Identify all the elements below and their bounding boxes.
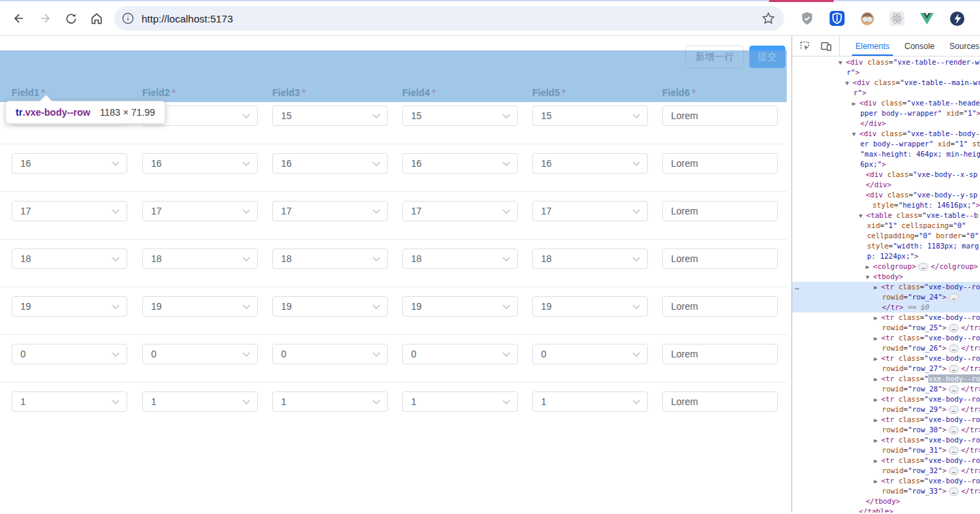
expand-arrow-icon[interactable]: ▶ bbox=[874, 478, 881, 485]
select-field5[interactable]: 15 bbox=[532, 106, 648, 126]
collapsed-ellipsis-button[interactable]: … bbox=[949, 293, 959, 302]
dom-tree-line[interactable]: style="width: 1183px; marg bbox=[792, 241, 980, 251]
select-field5[interactable]: 18 bbox=[532, 248, 648, 269]
select-field4[interactable]: 16 bbox=[402, 153, 518, 174]
dom-tree-line[interactable]: p: 1224px;"> bbox=[792, 251, 980, 261]
dom-tree-line[interactable]: rowid="row_28">…</tr> bbox=[792, 384, 980, 394]
expand-arrow-icon[interactable]: ▶ bbox=[866, 263, 873, 270]
select-field2[interactable]: 1 bbox=[142, 391, 258, 412]
expand-arrow-icon[interactable]: ▶ bbox=[874, 284, 881, 291]
bitwarden-extension-icon[interactable] bbox=[829, 10, 845, 27]
select-field3[interactable]: 17 bbox=[272, 201, 388, 221]
collapsed-ellipsis-button[interactable]: … bbox=[918, 263, 928, 271]
expand-arrow-icon[interactable]: ▶ bbox=[874, 315, 881, 321]
select-field1[interactable]: 1 bbox=[12, 391, 127, 412]
select-field1[interactable]: 18 bbox=[12, 248, 127, 269]
select-field2[interactable]: 19 bbox=[142, 296, 258, 317]
url-text[interactable]: http://localhost:5173 bbox=[142, 13, 761, 25]
select-field5[interactable]: 19 bbox=[532, 296, 648, 317]
expand-arrow-icon[interactable]: ▶ bbox=[874, 335, 881, 342]
expand-arrow-icon[interactable]: ▶ bbox=[874, 437, 881, 444]
text-input-field6[interactable]: Lorem bbox=[662, 153, 778, 174]
select-field3[interactable]: 15 bbox=[272, 106, 388, 126]
add-row-button[interactable]: 新增一行 bbox=[685, 46, 744, 68]
dom-tree-line[interactable]: rowid="row_27">…</tr> bbox=[792, 364, 980, 374]
dom-tree-line[interactable]: rowid="row_30">…</tr> bbox=[792, 425, 980, 435]
text-input-field6[interactable]: Lorem bbox=[662, 248, 778, 269]
home-icon[interactable] bbox=[88, 10, 105, 27]
select-field4[interactable]: 18 bbox=[402, 248, 518, 269]
bookmark-star-icon[interactable] bbox=[761, 11, 776, 26]
text-input-field6[interactable]: Lorem bbox=[662, 391, 778, 412]
select-field4[interactable]: 19 bbox=[402, 296, 518, 317]
dom-tree-line[interactable]: rowid="row_31">…</tr> bbox=[792, 445, 980, 455]
dom-tree-line[interactable]: pper body--wrapper" xid="1"> bbox=[792, 108, 980, 118]
dom-tree-line[interactable]: ▶ <tr class="vxe-body--ro bbox=[792, 394, 980, 404]
select-field1[interactable]: 17 bbox=[12, 201, 127, 221]
inspect-element-icon[interactable] bbox=[798, 40, 811, 52]
text-input-field6[interactable]: Lorem bbox=[662, 201, 778, 221]
select-field4[interactable]: 15 bbox=[402, 106, 518, 126]
expand-arrow-icon[interactable]: ▶ bbox=[874, 376, 881, 383]
select-field2[interactable]: 16 bbox=[142, 153, 258, 174]
vue-devtools-extension-icon[interactable] bbox=[919, 10, 935, 27]
dom-tree-line[interactable]: style="height: 14616px;">< bbox=[792, 200, 980, 210]
dom-tree-line[interactable]: </div> bbox=[792, 180, 980, 190]
dom-tree-line[interactable]: rowid="row_26">…</tr> bbox=[792, 343, 980, 353]
dom-tree-line[interactable]: rowid="row_29">…</tr> bbox=[792, 404, 980, 415]
reload-icon[interactable] bbox=[63, 10, 79, 27]
select-field2[interactable]: 17 bbox=[142, 201, 258, 221]
expand-arrow-icon[interactable]: ▶ bbox=[874, 396, 881, 403]
dom-tree-line[interactable]: cellpadding="0" border="0" bbox=[792, 231, 980, 241]
site-info-icon[interactable] bbox=[121, 12, 135, 25]
collapsed-ellipsis-button[interactable]: … bbox=[949, 447, 959, 455]
dom-tree-line[interactable]: <div class="vxe-body--x-sp bbox=[792, 170, 980, 180]
dom-tree-line[interactable]: </tbody> bbox=[792, 496, 980, 507]
select-field3[interactable]: 19 bbox=[272, 296, 388, 317]
elements-tree[interactable]: ▼ <div class="vxe-table--render-wrar">▼ … bbox=[792, 57, 980, 513]
select-field5[interactable]: 17 bbox=[532, 201, 648, 221]
collapsed-ellipsis-button[interactable]: … bbox=[949, 467, 959, 475]
back-icon[interactable] bbox=[11, 10, 27, 27]
dom-tree-line[interactable]: rowid="row_25">…</tr> bbox=[792, 323, 980, 333]
text-input-field6[interactable]: Lorem bbox=[662, 106, 778, 126]
expand-arrow-icon[interactable]: ▼ bbox=[859, 212, 866, 219]
select-field2[interactable]: 0 bbox=[142, 344, 258, 364]
collapsed-ellipsis-button[interactable]: … bbox=[949, 324, 959, 332]
select-field1[interactable]: 0 bbox=[12, 344, 127, 364]
collapsed-ellipsis-button[interactable]: … bbox=[949, 487, 959, 496]
select-field5[interactable]: 0 bbox=[532, 344, 648, 364]
dom-tree-line[interactable]: xid="1" cellspacing="0" bbox=[792, 221, 980, 231]
expand-arrow-icon[interactable]: ▼ bbox=[845, 80, 853, 86]
dom-tree-line[interactable]: er body--wrapper" xid="1" st bbox=[792, 139, 980, 149]
dom-tree-line[interactable]: rowid="row_33">…</tr> bbox=[792, 486, 980, 496]
shield-check-extension-icon[interactable] bbox=[799, 10, 815, 27]
dom-tree-line[interactable]: …▶ <tr class="vxe-body--ro bbox=[792, 282, 980, 292]
select-field3[interactable]: 0 bbox=[272, 344, 388, 364]
dom-tree-line[interactable]: ▶ <tr class="vxe-body--ro bbox=[792, 435, 980, 445]
tab-sources[interactable]: Sources bbox=[943, 36, 980, 56]
dom-tree-line[interactable]: ▼ <div class="vxe-table--body- bbox=[792, 129, 980, 139]
tab-elements[interactable]: Elements bbox=[849, 36, 896, 56]
dom-tree-line[interactable]: ▶ <tr class="vxe-body--ro bbox=[792, 333, 980, 343]
collapsed-ellipsis-button[interactable]: … bbox=[949, 344, 959, 353]
dom-tree-line[interactable]: ▼ <div class="vxe-table--main-wra bbox=[792, 78, 980, 88]
device-toolbar-icon[interactable] bbox=[820, 40, 832, 52]
dom-tree-line[interactable]: </table> bbox=[792, 507, 980, 513]
select-field3[interactable]: 18 bbox=[272, 248, 388, 269]
select-field1[interactable]: 16 bbox=[12, 153, 127, 174]
select-field4[interactable]: 1 bbox=[402, 391, 518, 412]
text-input-field6[interactable]: Lorem bbox=[662, 296, 778, 317]
address-bar[interactable]: http://localhost:5173 bbox=[114, 6, 784, 31]
expand-arrow-icon[interactable]: ▶ bbox=[874, 417, 881, 423]
expand-arrow-icon[interactable]: ▶ bbox=[874, 457, 881, 464]
dom-tree-line[interactable]: ▶ <div class="vxe-table--heade bbox=[792, 98, 980, 108]
dom-tree-line[interactable]: rowid="row_24">… bbox=[792, 292, 980, 302]
text-input-field6[interactable]: Lorem bbox=[662, 344, 778, 364]
dom-tree-line[interactable]: "max-height: 464px; min-heig bbox=[792, 149, 980, 159]
dom-tree-line[interactable]: <div class="vxe-body--y-sp bbox=[792, 190, 980, 200]
select-field2[interactable]: 18 bbox=[142, 248, 258, 269]
expand-arrow-icon[interactable]: ▼ bbox=[838, 59, 846, 66]
select-field3[interactable]: 16 bbox=[272, 153, 388, 174]
submit-button[interactable]: 提交 bbox=[749, 46, 785, 68]
